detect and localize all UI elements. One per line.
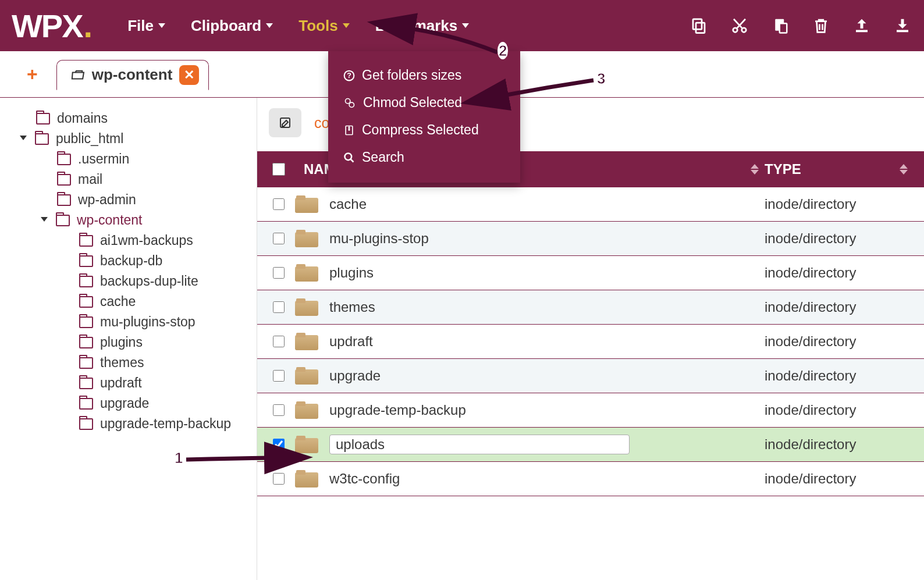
svg-point-3 — [742, 28, 747, 33]
folder-icon — [79, 418, 93, 430]
folder-icon — [79, 255, 93, 267]
file-name[interactable]: cache — [321, 196, 765, 212]
pencil-icon — [278, 116, 292, 130]
folder-icon — [56, 215, 70, 226]
tree-label: updraft — [100, 375, 142, 391]
tree-item-backup-db[interactable]: backup-db — [0, 251, 257, 271]
row-checkbox[interactable] — [265, 233, 292, 244]
row-checkbox[interactable] — [265, 473, 292, 485]
folder-icon — [36, 113, 50, 124]
folder-icon — [79, 276, 93, 287]
table-row[interactable]: updraftinode/directory — [257, 325, 924, 359]
folder-icon — [79, 337, 93, 348]
column-type[interactable]: TYPE — [765, 161, 916, 177]
file-name[interactable]: updraft — [321, 333, 765, 350]
copy-icon[interactable] — [689, 16, 709, 35]
file-name[interactable]: upgrade — [321, 368, 765, 384]
file-name[interactable]: plugins — [321, 265, 765, 281]
table-row[interactable]: cacheinode/directory — [257, 187, 924, 222]
chevron-down-icon — [266, 23, 273, 28]
table-row[interactable]: upgradeinode/directory — [257, 359, 924, 393]
chevron-down-icon — [343, 23, 350, 28]
dropdown-compress[interactable]: Compress Selected — [328, 116, 520, 144]
row-checkbox[interactable] — [265, 198, 292, 210]
file-type: inode/directory — [765, 265, 916, 281]
folder-icon — [79, 357, 93, 369]
menu-file[interactable]: File — [115, 11, 178, 41]
tab-wp-content[interactable]: wp-content ✕ — [56, 60, 209, 90]
select-all-checkbox[interactable] — [265, 163, 292, 176]
table-row[interactable]: w3tc-configinode/directory — [257, 462, 924, 496]
tree-label: mu-plugins-stop — [100, 314, 196, 330]
folder-icon — [57, 174, 71, 186]
menu-clipboard[interactable]: Clipboard — [178, 11, 286, 41]
file-name[interactable]: w3tc-config — [321, 471, 765, 487]
sort-icon — [900, 164, 914, 175]
tree-label: backups-dup-lite — [100, 273, 198, 289]
row-checkbox[interactable] — [265, 301, 292, 313]
close-tab-button[interactable]: ✕ — [179, 65, 199, 85]
file-type: inode/directory — [765, 368, 916, 384]
file-name[interactable]: themes — [321, 299, 765, 315]
file-type: inode/directory — [765, 333, 916, 350]
table-row[interactable]: themesinode/directory — [257, 290, 924, 325]
dropdown-search[interactable]: Search — [328, 144, 520, 171]
download-icon[interactable] — [893, 16, 912, 35]
logo-dot: . — [84, 7, 92, 45]
file-type: inode/directory — [765, 196, 916, 212]
file-name[interactable]: upgrade-temp-backup — [321, 402, 765, 418]
tree-item-backups-dup-lite[interactable]: backups-dup-lite — [0, 271, 257, 291]
tree-item-cache[interactable]: cache — [0, 291, 257, 312]
table-row[interactable]: uploadsinode/directory — [257, 428, 924, 462]
dropdown-chmod[interactable]: Chmod Selected — [328, 89, 520, 116]
tree-item-mu-plugins-stop[interactable]: mu-plugins-stop — [0, 312, 257, 332]
tree-item-updraft[interactable]: updraft — [0, 373, 257, 393]
folder-icon — [79, 296, 93, 308]
tree-item-upgrade-temp-backup[interactable]: upgrade-temp-backup — [0, 414, 257, 434]
tree-item-ai1wm-backups[interactable]: ai1wm-backups — [0, 230, 257, 251]
cut-icon[interactable] — [730, 16, 749, 35]
tab-label: wp-content — [92, 66, 173, 84]
folder-icon — [292, 470, 321, 488]
tree-label: themes — [100, 355, 144, 371]
row-checkbox[interactable] — [265, 336, 292, 347]
tree-item-domains[interactable]: domains — [0, 108, 257, 129]
folder-icon — [35, 133, 49, 145]
svg-point-13 — [345, 153, 352, 160]
row-checkbox[interactable] — [265, 370, 292, 382]
table-row[interactable]: upgrade-temp-backupinode/directory — [257, 393, 924, 428]
dropdown-get-sizes[interactable]: ?Get folders sizes — [328, 62, 520, 89]
folder-icon — [292, 195, 321, 213]
file-type: inode/directory — [765, 299, 916, 315]
tree-item-themes[interactable]: themes — [0, 353, 257, 373]
row-checkbox[interactable] — [265, 404, 292, 416]
wpx-logo: WPX. — [12, 7, 91, 45]
row-checkbox[interactable] — [265, 267, 292, 279]
tree-item-wp-content[interactable]: wp-content — [0, 210, 257, 230]
tree-item-mail[interactable]: mail — [0, 169, 257, 190]
table-row[interactable]: mu-plugins-stopinode/directory — [257, 222, 924, 256]
folder-icon — [292, 333, 321, 350]
tree-item-plugins[interactable]: plugins — [0, 332, 257, 353]
svg-point-2 — [733, 28, 738, 33]
tree-item--usermin[interactable]: .usermin — [0, 149, 257, 169]
row-checkbox[interactable] — [265, 439, 292, 450]
file-name[interactable]: uploads — [321, 435, 765, 454]
table-row[interactable]: pluginsinode/directory — [257, 256, 924, 290]
new-tab-button[interactable]: + — [27, 63, 38, 85]
tree-item-upgrade[interactable]: upgrade — [0, 393, 257, 414]
menu-bookmarks[interactable]: Bookmarks — [363, 11, 482, 41]
paste-icon[interactable] — [770, 16, 790, 35]
menu-tools[interactable]: Tools — [286, 11, 362, 41]
delete-icon[interactable] — [811, 16, 831, 35]
tree-item-public-html[interactable]: public_html — [0, 129, 257, 149]
folder-icon — [57, 194, 71, 206]
tree-label: ai1wm-backups — [100, 233, 193, 248]
file-name[interactable]: mu-plugins-stop — [321, 230, 765, 247]
tree-label: mail — [78, 172, 102, 187]
upload-icon[interactable] — [852, 16, 872, 35]
edit-path-button[interactable] — [269, 108, 301, 137]
tree-item-wp-admin[interactable]: wp-admin — [0, 190, 257, 210]
folder-icon — [79, 398, 93, 410]
svg-text:?: ? — [347, 72, 351, 80]
